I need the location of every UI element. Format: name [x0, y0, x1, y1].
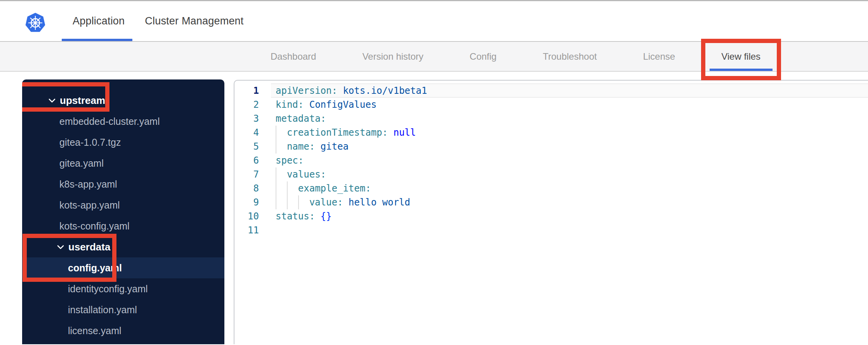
tree-item-label: kots-config.yaml — [59, 221, 130, 232]
tab-version-history-label: Version history — [362, 51, 423, 62]
code-text: value: hello world — [276, 195, 410, 209]
line-number: 3 — [234, 112, 262, 126]
tab-license[interactable]: License — [643, 42, 675, 71]
tab-config-label: Config — [470, 51, 496, 62]
tree-item-label: gitea-1.0.7.tgz — [59, 137, 121, 148]
chevron-down-icon — [49, 98, 56, 103]
tab-troubleshoot[interactable]: Troubleshoot — [543, 42, 597, 71]
line-number: 7 — [234, 167, 262, 181]
code-line-2: 2kind: ConfigValues — [234, 98, 868, 112]
code-text: creationTimestamp: null — [276, 126, 416, 140]
tree-item-license-yaml[interactable]: license.yaml — [22, 320, 224, 341]
code-line-9: 9value: hello world — [234, 195, 868, 209]
tab-application[interactable]: Application — [73, 1, 125, 41]
app-subnav: Dashboard Version history Config Trouble… — [0, 41, 868, 72]
tree-item-label: installation.yaml — [68, 304, 137, 316]
indent-guide — [287, 181, 298, 195]
line-number: 2 — [234, 98, 262, 112]
tree-item-label: license.yaml — [68, 325, 122, 336]
code-line-4: 4creationTimestamp: null — [234, 126, 868, 140]
tree-item-installation-yaml[interactable]: installation.yaml — [22, 299, 224, 320]
tab-cluster-management[interactable]: Cluster Management — [145, 1, 243, 41]
tree-item-label: gitea.yaml — [59, 158, 104, 169]
tree-item-embedded-cluster-yaml[interactable]: embedded-cluster.yaml — [22, 111, 224, 132]
tab-view-files-label: View files — [721, 51, 760, 62]
code-text: values: — [276, 167, 326, 181]
subnav-tabs: Dashboard Version history Config Trouble… — [0, 42, 868, 71]
line-number: 1 — [234, 84, 262, 98]
code-text: apiVersion: kots.io/v1beta1 — [276, 84, 427, 98]
code-text: name: gitea — [276, 140, 349, 154]
tree-item-label: userdata — [68, 241, 110, 253]
file-tree: upstreamembedded-cluster.yamlgitea-1.0.7… — [22, 90, 224, 341]
tab-dashboard[interactable]: Dashboard — [271, 42, 316, 71]
code-text: status: {} — [276, 209, 332, 223]
view-files-active-underline — [710, 69, 773, 71]
tab-troubleshoot-label: Troubleshoot — [543, 51, 597, 62]
yaml-file-viewer[interactable]: 1apiVersion: kots.io/v1beta12kind: Confi… — [234, 80, 868, 344]
line-number: 11 — [234, 223, 262, 237]
tree-item-label: upstream — [60, 95, 105, 107]
line-number: 9 — [234, 195, 262, 209]
view-files-page: upstreamembedded-cluster.yamlgitea-1.0.7… — [0, 72, 868, 344]
file-tree-sidebar: upstreamembedded-cluster.yamlgitea-1.0.7… — [22, 79, 224, 344]
tree-item-gitea-yaml[interactable]: gitea.yaml — [22, 153, 224, 174]
kubernetes-logo — [25, 12, 46, 34]
tree-item-label: config.yaml — [68, 262, 122, 274]
app-header: Application Cluster Management — [0, 0, 868, 41]
tab-application-label: Application — [73, 15, 125, 27]
code-line-3: 3metadata: — [234, 112, 868, 126]
header-tabs: Application Cluster Management — [73, 1, 244, 41]
code-line-10: 10status: {} — [234, 209, 868, 223]
indent-guide — [276, 167, 287, 181]
indent-guide — [276, 126, 287, 140]
indent-guide — [287, 195, 298, 209]
tree-item-label: identityconfig.yaml — [68, 283, 148, 295]
tree-item-config-yaml[interactable]: config.yaml — [22, 257, 224, 278]
tree-item-identityconfig-yaml[interactable]: identityconfig.yaml — [22, 278, 224, 299]
indent-guide — [298, 195, 309, 209]
tab-cluster-management-label: Cluster Management — [145, 15, 243, 27]
line-number: 4 — [234, 126, 262, 140]
code-line-1: 1apiVersion: kots.io/v1beta1 — [234, 84, 868, 98]
code-line-5: 5name: gitea — [234, 140, 868, 154]
code-text: metadata: — [276, 112, 326, 126]
indent-guide — [276, 195, 287, 209]
tree-item-label: embedded-cluster.yaml — [59, 116, 160, 127]
code-text: spec: — [276, 154, 304, 167]
indent-guide — [276, 140, 287, 154]
tree-item-label: kots-app.yaml — [59, 200, 120, 211]
code-text: example_item: — [276, 181, 371, 195]
tree-item-k8s-app-yaml[interactable]: k8s-app.yaml — [22, 174, 224, 195]
tree-item-kots-app-yaml[interactable]: kots-app.yaml — [22, 195, 224, 216]
tree-item-gitea-1-0-7-tgz[interactable]: gitea-1.0.7.tgz — [22, 132, 224, 153]
tree-item-userdata[interactable]: userdata — [22, 236, 224, 257]
chevron-down-icon — [57, 245, 64, 249]
tab-dashboard-label: Dashboard — [271, 51, 316, 62]
line-number: 6 — [234, 154, 262, 167]
code-text: kind: ConfigValues — [276, 98, 377, 112]
tab-version-history[interactable]: Version history — [362, 42, 423, 71]
tree-item-label: k8s-app.yaml — [59, 179, 117, 190]
code-line-7: 7values: — [234, 167, 868, 181]
indent-guide — [276, 181, 287, 195]
code-line-11: 11 — [234, 223, 868, 237]
line-number: 10 — [234, 209, 262, 223]
line-number: 5 — [234, 140, 262, 154]
tree-item-kots-config-yaml[interactable]: kots-config.yaml — [22, 216, 224, 236]
tab-license-label: License — [643, 51, 675, 62]
line-number: 8 — [234, 181, 262, 195]
code-lines: 1apiVersion: kots.io/v1beta12kind: Confi… — [234, 81, 868, 237]
tab-config[interactable]: Config — [470, 42, 496, 71]
code-line-6: 6spec: — [234, 154, 868, 167]
code-line-8: 8example_item: — [234, 181, 868, 195]
tree-item-upstream[interactable]: upstream — [22, 90, 224, 111]
tab-view-files[interactable]: View files — [721, 42, 760, 71]
